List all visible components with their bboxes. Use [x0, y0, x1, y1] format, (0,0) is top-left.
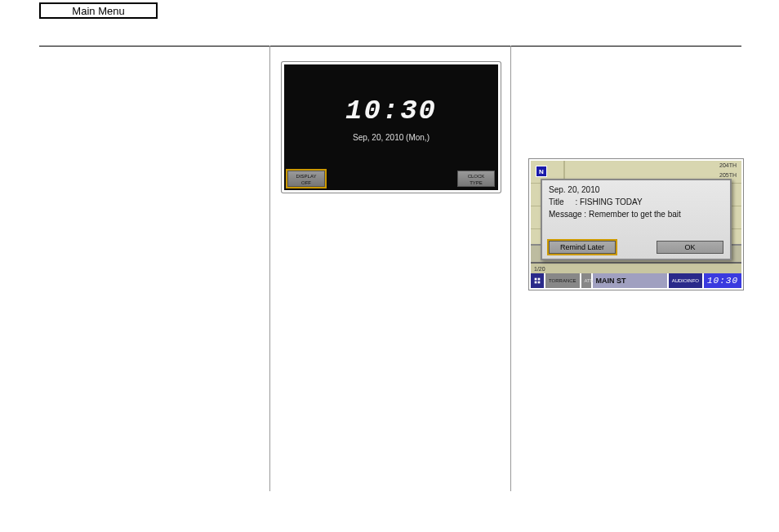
status-city-text: TORRANCE: [549, 278, 576, 283]
status-time-text: 10:30: [707, 276, 738, 286]
compass-letter: N: [539, 168, 544, 175]
clock-type-l1: CLOCK: [458, 173, 494, 180]
horizontal-rule: [39, 46, 741, 47]
display-off-button[interactable]: DISPLAY OFF: [287, 171, 325, 187]
popup-title-row: Title : FISHING TODAY: [549, 196, 723, 208]
main-menu-box: Main Menu: [39, 2, 158, 19]
status-audio-button[interactable]: AUDIO INFO: [669, 273, 704, 288]
status-time: 10:30: [704, 273, 741, 288]
display-off-l2: OFF: [288, 180, 324, 186]
clock-time: 10:30: [284, 95, 498, 126]
road-label-205th: 205TH: [719, 172, 737, 178]
road-label-204th: 204TH: [719, 162, 737, 168]
popup-title-label: Title: [549, 197, 564, 206]
remind-later-label: Remind Later: [560, 243, 604, 251]
status-bar: TORRANCE ATM MAIN ST AUDIO INFO 10:30: [531, 273, 741, 288]
status-city: TORRANCE: [545, 273, 581, 288]
popup-date: Sep. 20, 2010: [549, 184, 723, 196]
status-icon-button[interactable]: [531, 273, 545, 288]
remind-later-button[interactable]: Remind Later: [549, 241, 616, 254]
status-atm: ATM: [581, 273, 593, 288]
ok-label: OK: [684, 243, 695, 251]
svg-rect-1: [538, 278, 541, 281]
status-street: MAIN ST: [593, 273, 669, 288]
map-screen: 204TH 205TH N Sep. 20, 2010 Title : FISH…: [529, 159, 743, 290]
column-divider-left: [269, 46, 270, 491]
display-off-l1: DISPLAY: [288, 173, 324, 180]
popup-message-value: Remember to get the bait: [589, 210, 681, 219]
main-menu-label: Main Menu: [72, 5, 124, 17]
svg-rect-0: [535, 278, 537, 281]
svg-rect-2: [535, 282, 537, 284]
column-divider-right: [510, 46, 511, 491]
reminder-popup: Sep. 20, 2010 Title : FISHING TODAY Mess…: [541, 179, 732, 260]
clock-type-button[interactable]: CLOCK TYPE: [457, 171, 495, 187]
ok-button[interactable]: OK: [657, 241, 723, 254]
popup-message-label: Message: [549, 210, 582, 219]
clock-screen: 10:30 Sep, 20, 2010 (Mon,) DISPLAY OFF C…: [282, 62, 501, 193]
clock-date: Sep, 20, 2010 (Mon,): [284, 133, 498, 142]
compass-icon[interactable]: N: [536, 166, 547, 177]
popup-message-row: Message : Remember to get the bait: [549, 208, 723, 220]
status-audio-l1: AUDIO: [672, 278, 688, 284]
status-audio-l2: INFO: [688, 278, 699, 284]
svg-rect-3: [538, 282, 541, 284]
clock-type-l2: TYPE: [458, 180, 494, 186]
map-scale: 1/20: [534, 266, 545, 272]
popup-title-value: FISHING TODAY: [580, 197, 643, 206]
grid-icon: [534, 276, 541, 286]
status-street-text: MAIN ST: [596, 277, 626, 285]
